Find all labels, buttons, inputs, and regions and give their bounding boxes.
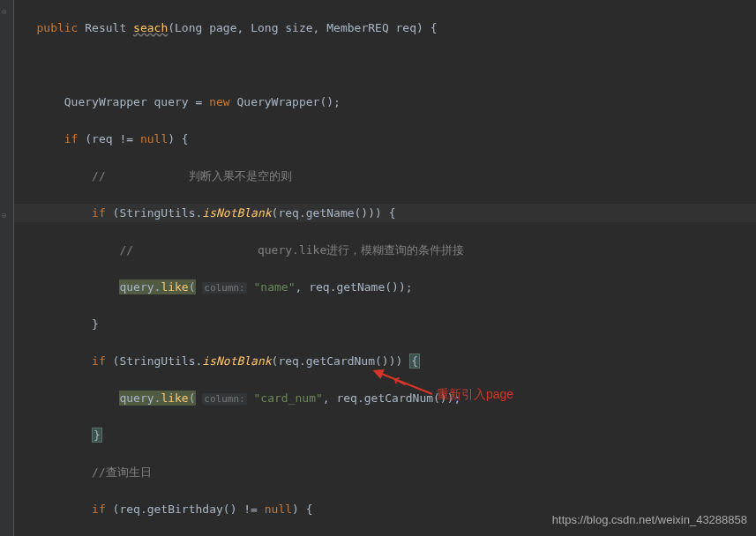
comment: // 判断入果不是空的则	[92, 169, 292, 182]
watermark: https://blog.csdn.net/weixin_43288858	[552, 510, 747, 529]
type: Result	[85, 21, 126, 34]
type: QueryWrapper	[64, 95, 147, 108]
arg: req.getBirthday()	[119, 502, 236, 516]
arrow-icon	[371, 366, 441, 401]
comment: // query.like进行，模糊查询的条件拼接	[119, 243, 464, 257]
keyword: if	[92, 206, 106, 220]
param: size	[285, 21, 312, 34]
arg: req.getName()	[278, 206, 368, 220]
var: query	[154, 95, 189, 108]
method: isNotBlank	[202, 206, 271, 220]
class: StringUtils	[119, 206, 195, 220]
obj: query	[119, 391, 153, 405]
method: like	[161, 280, 188, 294]
keyword: if	[92, 502, 106, 516]
keyword: if	[92, 354, 106, 368]
param-type: MemberREQ	[326, 21, 388, 34]
gutter: ⊖ ⊖	[0, 0, 14, 536]
param: page	[209, 21, 236, 34]
keyword: null	[265, 502, 292, 516]
keyword: public	[36, 21, 78, 34]
method: isNotBlank	[202, 354, 271, 368]
class: StringUtils	[119, 354, 195, 368]
method-name: seach	[133, 21, 168, 34]
comment: //查询生日	[92, 465, 152, 479]
param-hint: column:	[202, 393, 246, 405]
keyword: null	[140, 132, 168, 145]
param-type: Long	[251, 21, 278, 34]
svg-line-0	[379, 373, 432, 394]
var: req	[92, 132, 112, 145]
fold-mark[interactable]: ⊖	[2, 3, 11, 11]
constructor: QueryWrapper	[236, 95, 319, 108]
code-editor[interactable]: public Result seach(Long page, Long size…	[16, 0, 756, 536]
string: "name"	[254, 280, 296, 294]
fold-mark[interactable]: ⊖	[2, 206, 11, 215]
string: "card_num"	[254, 391, 323, 405]
arg: req.getName()	[309, 280, 399, 294]
method: like	[161, 391, 188, 405]
obj: query	[119, 280, 153, 294]
keyword: if	[64, 132, 79, 145]
keyword: new	[209, 95, 229, 108]
param-type: Long	[175, 21, 202, 34]
brace-match: }	[92, 428, 102, 443]
annotation-text: 重新引入page	[437, 385, 513, 404]
param-hint: column:	[202, 282, 246, 294]
param: req	[396, 21, 416, 34]
